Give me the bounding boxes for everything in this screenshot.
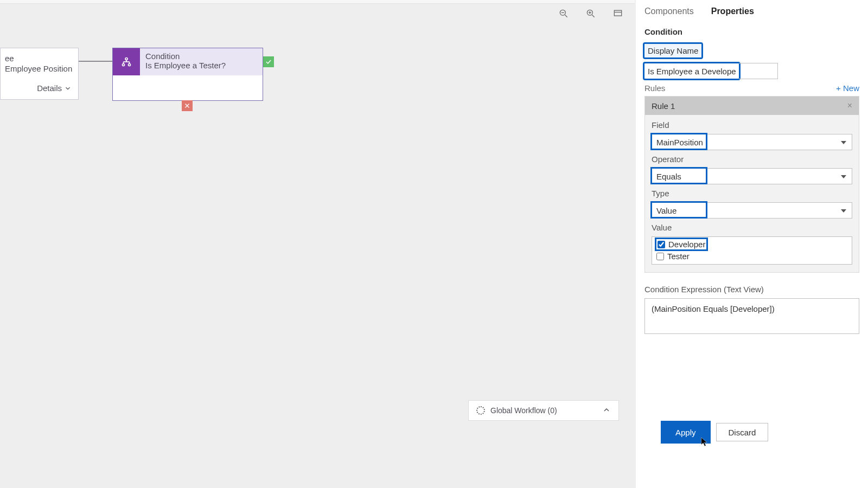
- apply-highlight: Apply: [663, 423, 709, 441]
- discard-button[interactable]: Discard: [716, 423, 769, 441]
- value-option-tester[interactable]: Tester: [656, 252, 847, 261]
- type-label: Type: [652, 189, 852, 198]
- chevron-up-icon: [602, 406, 611, 416]
- connector-line: [79, 61, 112, 62]
- type-value: Value: [656, 206, 676, 215]
- svg-rect-7: [614, 10, 621, 16]
- tester-checkbox[interactable]: [656, 253, 664, 260]
- node-title: ee Employee Position: [1, 48, 78, 78]
- display-name-label: Display Name: [644, 44, 701, 57]
- value-label: Value: [652, 223, 852, 232]
- node-type-label: Condition: [145, 52, 226, 61]
- global-workflow-bar[interactable]: Global Workflow (0): [468, 400, 619, 421]
- section-condition: Condition Display Name: [636, 24, 868, 79]
- condition-icon: [113, 48, 140, 75]
- operator-label: Operator: [652, 155, 852, 164]
- canvas-toolbar: [558, 8, 624, 20]
- display-name-input-wrap: [644, 63, 778, 79]
- type-select-wrap: Value: [652, 202, 852, 219]
- panel-heading: Condition: [644, 27, 859, 36]
- close-icon[interactable]: ×: [847, 101, 852, 111]
- field-value: MainPosition: [656, 138, 703, 147]
- canvas[interactable]: ee Employee Position Details: [0, 0, 635, 488]
- branch-true-icon[interactable]: [263, 56, 274, 67]
- zoom-out-icon[interactable]: [558, 8, 570, 20]
- tab-properties[interactable]: Properties: [711, 5, 754, 17]
- rule-title-text: Rule 1: [652, 101, 675, 111]
- node-details-toggle[interactable]: Details: [1, 78, 78, 99]
- branch-false-icon[interactable]: [182, 100, 193, 111]
- rule-title-bar[interactable]: Rule 1 ×: [645, 97, 859, 115]
- zoom-in-icon[interactable]: [585, 8, 597, 20]
- node-name: Is Employee a Tester?: [145, 61, 226, 70]
- rules-header: Rules + New: [636, 79, 868, 96]
- developer-label: Developer: [668, 240, 705, 249]
- canvas-topbar: [0, 0, 635, 4]
- node-header: Condition Is Employee a Tester?: [113, 48, 263, 75]
- field-select-wrap: MainPosition: [652, 134, 852, 150]
- value-option-developer[interactable]: Developer: [656, 239, 706, 249]
- display-name-row: Display Name: [644, 44, 859, 57]
- apply-button[interactable]: Apply: [663, 423, 709, 441]
- operator-value: Equals: [656, 172, 681, 181]
- svg-point-15: [128, 63, 130, 66]
- expression-label: Condition Expression (Text View): [636, 273, 868, 298]
- tester-label: Tester: [667, 252, 690, 261]
- field-select[interactable]: MainPosition: [652, 134, 852, 150]
- rule-1: Rule 1 × Field MainPosition Operator Equ…: [644, 96, 859, 273]
- svg-point-14: [122, 63, 124, 66]
- new-rule-button[interactable]: + New: [836, 84, 859, 93]
- value-list: Developer Tester: [652, 236, 852, 265]
- operator-select-wrap: Equals: [652, 168, 852, 184]
- panel-tabs: Components Properties: [636, 0, 868, 24]
- fit-screen-icon[interactable]: [612, 8, 624, 20]
- node-employee-position[interactable]: ee Employee Position Details: [0, 48, 79, 100]
- details-label: Details: [37, 84, 62, 93]
- spinner-icon: [476, 406, 485, 415]
- rule-body: Field MainPosition Operator Equals Type …: [645, 115, 859, 272]
- operator-select[interactable]: Equals: [652, 168, 852, 184]
- properties-panel: Components Properties Condition Display …: [636, 0, 868, 488]
- tab-components[interactable]: Components: [644, 5, 694, 17]
- rules-label: Rules: [644, 84, 665, 93]
- global-workflow-label: Global Workflow (0): [490, 406, 557, 415]
- svg-line-1: [565, 15, 567, 17]
- svg-point-9: [125, 57, 127, 60]
- node-title-line1: ee: [5, 54, 74, 64]
- node-condition[interactable]: Condition Is Employee a Tester?: [112, 48, 263, 101]
- expression-box[interactable]: (MainPosition Equals [Developer]): [644, 298, 859, 334]
- button-row: Apply Discard: [636, 423, 868, 441]
- display-name-input[interactable]: [646, 65, 738, 78]
- svg-line-4: [592, 15, 595, 17]
- field-label: Field: [652, 120, 852, 130]
- developer-checkbox[interactable]: [658, 241, 665, 248]
- node-title-line2: Employee Position: [5, 64, 74, 74]
- node-titles: Condition Is Employee a Tester?: [140, 48, 231, 75]
- type-select[interactable]: Value: [652, 202, 852, 219]
